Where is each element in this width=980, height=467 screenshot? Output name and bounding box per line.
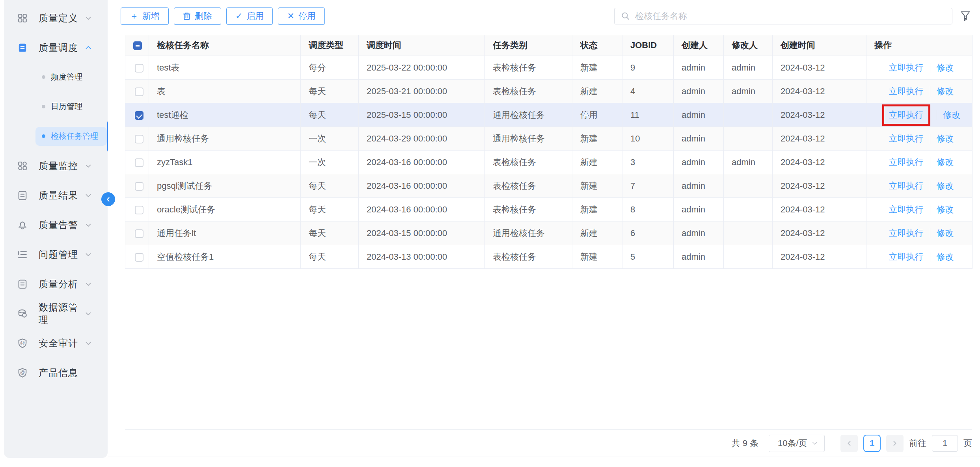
cell-name: oracle测试任务: [149, 198, 301, 221]
cell-status: 新建: [572, 151, 622, 174]
edit-link[interactable]: 修改: [937, 133, 954, 145]
disable-button[interactable]: ✕ 停用: [278, 7, 324, 25]
column-header: 状态: [572, 35, 622, 56]
cell-modifier: [724, 103, 773, 127]
run-now-link[interactable]: 立即执行: [889, 62, 924, 74]
run-now-link[interactable]: 立即执行: [889, 110, 924, 120]
cell-schedule-time: 2024-03-16 00:00:00: [359, 198, 485, 221]
cell-actions: 立即执行修改: [866, 56, 973, 80]
cell-schedule-type: 每天: [301, 221, 359, 245]
table-row: test表每分2025-03-22 00:00:00表检核任务新建9admina…: [125, 56, 973, 80]
page-size-value: 10条/页: [778, 437, 807, 449]
goto-page-input[interactable]: [932, 435, 958, 452]
cell-schedule-type: 每天: [301, 198, 359, 221]
sidebar-item-datasource-management[interactable]: 数据源管理: [4, 299, 108, 328]
sidebar-item-quality-monitor[interactable]: 质量监控: [4, 151, 108, 180]
current-page-button[interactable]: 1: [863, 435, 881, 452]
row-checkbox[interactable]: [135, 253, 143, 262]
cell-schedule-time: 2025-03-15 00:00:00: [359, 103, 485, 127]
edit-link[interactable]: 修改: [937, 251, 954, 263]
cell-checkbox: [125, 80, 149, 103]
edit-link[interactable]: 修改: [937, 227, 954, 239]
edit-link[interactable]: 修改: [937, 204, 954, 216]
action-divider: [930, 205, 930, 215]
sidebar-subitem-label: 检核任务管理: [51, 131, 98, 141]
action-divider: [930, 252, 930, 262]
row-checkbox[interactable]: [135, 64, 143, 73]
edit-link[interactable]: 修改: [937, 86, 954, 97]
main-content: ＋ 新增 删除 ✓ 启用 ✕ 停用: [108, 0, 980, 456]
table-row: 通用任务lt每天2024-03-15 00:00:00通用检核任务新建6admi…: [125, 221, 973, 245]
run-now-link[interactable]: 立即执行: [889, 204, 924, 216]
plus-icon: ＋: [130, 12, 138, 20]
cell-creator: admin: [674, 103, 724, 127]
row-checkbox[interactable]: [135, 229, 143, 238]
run-now-link[interactable]: 立即执行: [889, 227, 924, 239]
cell-jobid: 11: [622, 103, 674, 127]
cell-created: 2024-03-12: [773, 174, 866, 198]
row-checkbox[interactable]: [135, 87, 143, 96]
cell-modifier: [724, 245, 773, 269]
cell-actions: 立即执行修改: [866, 198, 973, 221]
cell-actions: 立即执行修改: [866, 151, 973, 174]
delete-button[interactable]: 删除: [174, 7, 221, 25]
sidebar-subitem-frequency-management[interactable]: 频度管理: [4, 62, 108, 92]
cell-category: 表检核任务: [485, 174, 572, 198]
sidebar-item-quality-schedule[interactable]: 质量调度: [4, 33, 108, 62]
action-divider: [930, 134, 930, 144]
action-divider: [930, 228, 930, 238]
chevron-up-icon: [84, 43, 93, 52]
edit-link[interactable]: 修改: [943, 109, 961, 121]
row-checkbox[interactable]: [135, 135, 143, 143]
cell-schedule-time: 2024-03-13 00:00:00: [359, 245, 485, 269]
edit-link[interactable]: 修改: [937, 62, 954, 74]
column-header-checkbox: [125, 35, 149, 56]
chevron-down-icon: [84, 191, 93, 200]
sidebar-item-product-info[interactable]: @产品信息: [4, 358, 108, 387]
row-checkbox[interactable]: [135, 182, 143, 191]
column-header: 创建时间: [773, 35, 866, 56]
column-header: 检核任务名称: [149, 35, 301, 56]
run-now-link[interactable]: 立即执行: [889, 156, 924, 168]
enable-button-label: 启用: [246, 10, 264, 22]
shield-at-icon: @: [17, 338, 28, 348]
bullet-dot-icon: [42, 105, 45, 108]
sidebar-subitem-check-task-management[interactable]: 检核任务管理: [4, 121, 108, 151]
delete-button-label: 删除: [195, 10, 212, 22]
filter-funnel-icon[interactable]: [960, 11, 971, 22]
edit-link[interactable]: 修改: [937, 180, 954, 192]
svg-text:@: @: [20, 370, 25, 375]
sidebar-item-problem-management[interactable]: 问题管理: [4, 240, 108, 269]
sidebar: 质量定义质量调度频度管理日历管理检核任务管理质量监控质量结果质量告警问题管理质量…: [4, 0, 108, 458]
cell-modifier: admin: [724, 151, 773, 174]
next-page-button[interactable]: [886, 435, 904, 452]
sidebar-item-quality-result[interactable]: 质量结果: [4, 180, 108, 210]
run-now-link[interactable]: 立即执行: [889, 86, 924, 97]
cell-jobid: 5: [622, 245, 674, 269]
sidebar-item-quality-definition[interactable]: 质量定义: [4, 3, 108, 33]
cell-category: 表检核任务: [485, 80, 572, 103]
run-now-link[interactable]: 立即执行: [889, 133, 924, 145]
page-size-select[interactable]: 10条/页: [769, 435, 825, 452]
select-all-checkbox[interactable]: [133, 41, 142, 50]
search-input[interactable]: [635, 11, 946, 21]
row-checkbox[interactable]: [135, 111, 143, 120]
cell-checkbox: [125, 245, 149, 269]
action-divider: [930, 157, 930, 167]
enable-button[interactable]: ✓ 启用: [226, 7, 273, 25]
cell-jobid: 7: [622, 174, 674, 198]
sidebar-item-quality-analysis[interactable]: 质量分析: [4, 269, 108, 299]
sidebar-item-quality-alert[interactable]: 质量告警: [4, 210, 108, 240]
action-divider: [937, 110, 937, 120]
sidebar-item-security-audit[interactable]: @安全审计: [4, 328, 108, 358]
sidebar-collapse-button[interactable]: [101, 192, 115, 206]
cell-modifier: admin: [724, 56, 773, 80]
prev-page-button[interactable]: [840, 435, 858, 452]
sidebar-subitem-calendar-management[interactable]: 日历管理: [4, 92, 108, 121]
row-checkbox[interactable]: [135, 206, 143, 214]
row-checkbox[interactable]: [135, 158, 143, 167]
run-now-link[interactable]: 立即执行: [889, 180, 924, 192]
add-button[interactable]: ＋ 新增: [121, 7, 169, 25]
run-now-link[interactable]: 立即执行: [889, 251, 924, 263]
edit-link[interactable]: 修改: [937, 156, 954, 168]
